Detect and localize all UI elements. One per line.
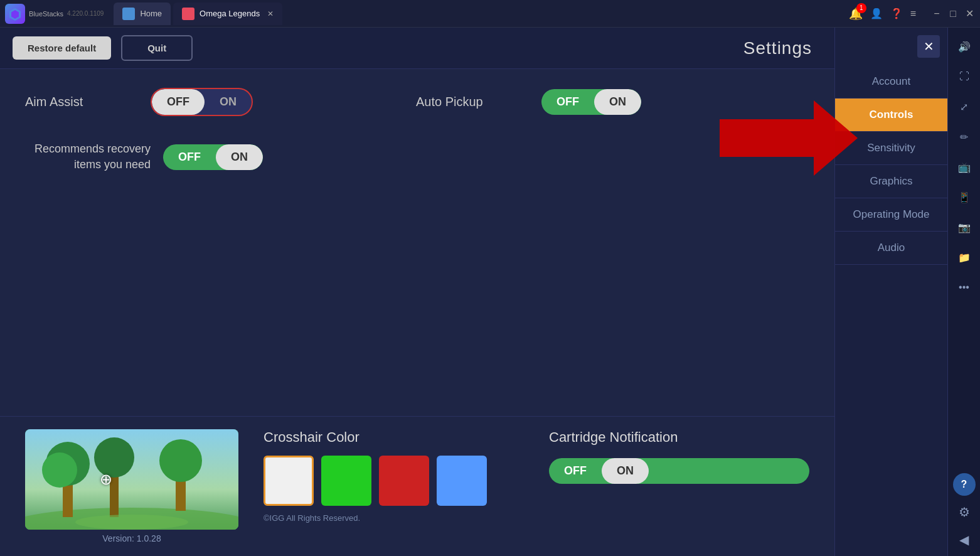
nav-operating-mode-label: Operating Mode xyxy=(853,208,930,220)
recovery-label-line1: Recommends recovery xyxy=(35,142,151,155)
sidebar-volume-icon[interactable]: 🔊 xyxy=(951,33,978,60)
auto-pickup-group: Auto Pickup OFF ON xyxy=(416,89,641,115)
help-button[interactable]: ? xyxy=(953,473,976,496)
bluestacks-logo-icon xyxy=(5,4,25,24)
content-area: Restore default Quit Settings Aim Assist… xyxy=(0,28,834,556)
nav-item-graphics[interactable]: Graphics xyxy=(835,165,947,198)
settings-title: Settings xyxy=(743,38,812,58)
nav-item-operating-mode[interactable]: Operating Mode xyxy=(835,198,947,232)
recovery-toggle[interactable]: OFF ON xyxy=(163,144,263,170)
sidebar-media-icon[interactable]: 📺 xyxy=(951,153,978,181)
close-button[interactable]: ✕ xyxy=(964,8,975,19)
color-swatch-green[interactable] xyxy=(321,456,371,506)
aim-assist-off-button[interactable]: OFF xyxy=(152,89,205,115)
gear-button[interactable]: ⚙ xyxy=(953,501,976,523)
back-button[interactable]: ◀ xyxy=(953,528,976,551)
sidebar-more-icon[interactable]: ••• xyxy=(951,274,978,301)
version-text: Version: 1.0.28 xyxy=(25,533,238,543)
main-layout: Restore default Quit Settings Aim Assist… xyxy=(0,28,980,556)
tab-omega-label: Omega Legends xyxy=(200,9,260,18)
sidebar-screen-icon[interactable]: 📷 xyxy=(951,213,978,241)
omega-tab-icon xyxy=(182,8,194,20)
sidebar-fullscreen-icon[interactable]: ⛶ xyxy=(951,63,978,90)
aim-assist-label: Aim Assist xyxy=(25,95,138,109)
aim-assist-row: Aim Assist OFF ON Auto Pickup OFF ON xyxy=(25,88,809,116)
nav-sensitivity-label: Sensitivity xyxy=(867,142,915,154)
nav-graphics-label: Graphics xyxy=(870,175,912,187)
home-tab-icon xyxy=(122,8,135,20)
menu-icon[interactable]: ≡ xyxy=(910,8,916,19)
recovery-label-line2: items you need xyxy=(74,158,151,171)
help-icon[interactable]: ❓ xyxy=(890,8,903,19)
maximize-button[interactable]: □ xyxy=(947,8,959,19)
color-swatches xyxy=(264,456,524,506)
cartridge-section: Cartridge Notification OFF ON xyxy=(549,429,809,484)
recovery-group: Recommends recovery items you need OFF O… xyxy=(25,141,263,173)
nav-item-controls[interactable]: Controls xyxy=(835,99,947,132)
window-controls: − □ ✕ xyxy=(931,8,975,19)
svg-point-6 xyxy=(42,452,77,488)
color-swatch-blue[interactable] xyxy=(437,456,487,506)
account-icon[interactable]: 👤 xyxy=(870,8,883,19)
svg-point-10 xyxy=(159,439,202,482)
nav-account-label: Account xyxy=(872,75,910,87)
tab-omega-legends[interactable]: Omega Legends ✕ xyxy=(173,3,282,25)
bottom-section: ⊕ Version: 1.0.28 Crosshair Color ©IGG A… xyxy=(0,416,834,556)
copyright-text: ©IGG All Rights Reserved. xyxy=(264,513,524,523)
sidebar-device-icon[interactable]: 📱 xyxy=(951,183,978,211)
game-preview: ⊕ xyxy=(25,429,238,530)
crosshair-section: Crosshair Color ©IGG All Rights Reserved… xyxy=(264,429,524,523)
tab-home[interactable]: Home xyxy=(114,3,171,25)
game-preview-bg: ⊕ xyxy=(25,429,238,530)
color-swatch-red[interactable] xyxy=(379,456,429,506)
cartridge-on-button[interactable]: ON xyxy=(602,458,649,484)
cartridge-toggle[interactable]: OFF ON xyxy=(549,458,809,484)
right-sidebar: 🔊 ⛶ ⤢ ✏ 📺 📱 📷 📁 ••• ? ⚙ ◀ xyxy=(947,28,980,556)
recovery-label: Recommends recovery items you need xyxy=(25,141,151,173)
nav-items: Account Controls Sensitivity Graphics Op… xyxy=(835,65,947,265)
app-logo: BlueStacks 4.220.0.1109 xyxy=(5,4,104,24)
aim-assist-group: Aim Assist OFF ON xyxy=(25,88,253,116)
nav-item-sensitivity[interactable]: Sensitivity xyxy=(835,132,947,165)
cartridge-title: Cartridge Notification xyxy=(549,429,809,446)
settings-close-button[interactable]: ✕ xyxy=(917,35,940,58)
recovery-off-button[interactable]: OFF xyxy=(163,144,216,170)
nav-audio-label: Audio xyxy=(878,242,905,254)
tab-close-icon[interactable]: ✕ xyxy=(267,9,274,18)
notif-badge: 1 xyxy=(856,3,866,13)
game-preview-trees xyxy=(25,429,238,530)
crosshair-title: Crosshair Color xyxy=(264,429,524,446)
recovery-row: Recommends recovery items you need OFF O… xyxy=(25,141,809,173)
app-name: BlueStacks xyxy=(29,10,63,18)
nav-item-audio[interactable]: Audio xyxy=(835,232,947,265)
auto-pickup-on-button[interactable]: ON xyxy=(594,89,641,115)
nav-item-account[interactable]: Account xyxy=(835,65,947,99)
settings-panel: ✕ Account Controls Sensitivity Graphics … xyxy=(834,28,947,556)
svg-point-11 xyxy=(75,515,188,530)
app-version: 4.220.0.1109 xyxy=(67,10,104,17)
restore-default-button[interactable]: Restore default xyxy=(13,36,111,60)
notification-icon[interactable]: 🔔 1 xyxy=(849,7,863,21)
cartridge-off-button[interactable]: OFF xyxy=(549,458,602,484)
toolbar: Restore default Quit Settings xyxy=(0,28,834,69)
aim-assist-on-button[interactable]: ON xyxy=(205,89,252,115)
auto-pickup-off-button[interactable]: OFF xyxy=(541,89,594,115)
game-preview-container: ⊕ Version: 1.0.28 xyxy=(25,429,238,543)
sidebar-expand-icon[interactable]: ⤢ xyxy=(951,93,978,120)
auto-pickup-toggle[interactable]: OFF ON xyxy=(541,89,641,115)
sidebar-edit-icon[interactable]: ✏ xyxy=(951,123,978,151)
controls-content: Aim Assist OFF ON Auto Pickup OFF ON xyxy=(0,69,834,416)
nav-controls-label: Controls xyxy=(870,109,913,120)
minimize-button[interactable]: − xyxy=(931,8,942,19)
titlebar-controls: 🔔 1 👤 ❓ ≡ − □ ✕ xyxy=(849,7,975,21)
color-swatch-white[interactable] xyxy=(264,456,314,506)
sidebar-folder-icon[interactable]: 📁 xyxy=(951,243,978,271)
quit-button[interactable]: Quit xyxy=(121,35,193,61)
recovery-on-button[interactable]: ON xyxy=(216,144,263,170)
auto-pickup-label: Auto Pickup xyxy=(416,95,529,109)
tab-home-label: Home xyxy=(140,9,162,18)
titlebar: BlueStacks 4.220.0.1109 Home Omega Legen… xyxy=(0,0,980,28)
aim-assist-toggle[interactable]: OFF ON xyxy=(151,88,253,116)
crosshair-symbol: ⊕ xyxy=(100,472,112,487)
